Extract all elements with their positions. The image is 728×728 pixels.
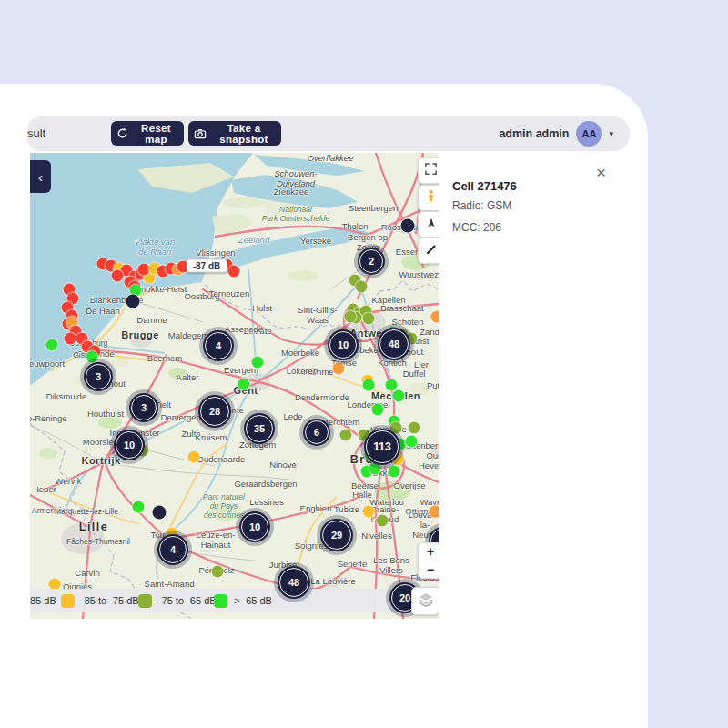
layers-icon xyxy=(417,591,435,612)
signal-dot[interactable] xyxy=(333,363,345,375)
signal-dot[interactable] xyxy=(153,506,167,520)
cluster-marker[interactable]: 3 xyxy=(84,362,113,391)
cluster-marker[interactable]: 29 xyxy=(320,519,353,551)
chevron-down-icon: ▾ xyxy=(609,129,613,138)
signal-dot[interactable] xyxy=(386,379,398,391)
layers-button[interactable] xyxy=(411,587,439,615)
collapse-sidebar-button[interactable]: ‹ xyxy=(30,160,51,193)
signal-dot[interactable] xyxy=(401,219,415,233)
cluster-marker[interactable]: 2 xyxy=(358,248,385,275)
user-menu[interactable]: admin admin AA ▾ xyxy=(499,120,613,147)
legend-label: -75 to -65 dB xyxy=(158,595,217,606)
signal-dot[interactable] xyxy=(340,430,352,441)
refresh-icon xyxy=(116,127,128,139)
zoom-control: + − xyxy=(418,542,439,579)
signal-dot[interactable] xyxy=(389,466,400,478)
legend-label: > -65 dB xyxy=(234,595,272,606)
signal-tooltip: -87 dB xyxy=(187,259,228,273)
close-icon[interactable]: × xyxy=(596,164,606,181)
signal-dot[interactable] xyxy=(238,379,250,390)
legend-label: -85 to -75 dB xyxy=(81,595,139,606)
cell-mcc: MCC: 206 xyxy=(452,221,501,234)
cluster-marker[interactable]: 113 xyxy=(364,429,400,465)
cluster-marker[interactable]: 48 xyxy=(378,328,410,360)
signal-dot[interactable] xyxy=(372,404,384,416)
cluster-marker[interactable]: 10 xyxy=(114,430,145,460)
signal-dot[interactable] xyxy=(377,515,389,527)
take-snapshot-label: Take a snapshot xyxy=(212,123,276,145)
signal-dot[interactable] xyxy=(46,339,58,351)
fullscreen-button[interactable] xyxy=(418,157,439,184)
take-snapshot-button[interactable]: Take a snapshot xyxy=(188,121,281,146)
legend-swatch xyxy=(61,594,75,608)
zoom-out-button[interactable]: − xyxy=(419,561,439,579)
locate-button[interactable] xyxy=(418,211,439,238)
signal-dot[interactable] xyxy=(138,264,150,276)
results-text: sult xyxy=(27,126,46,140)
signal-dot[interactable] xyxy=(228,266,240,278)
signal-dot[interactable] xyxy=(345,311,357,323)
legend-label: 85 dB xyxy=(30,595,56,606)
legend-swatch xyxy=(214,594,228,608)
legend-item: -85 to -75 dB xyxy=(61,589,139,612)
pegman-icon xyxy=(424,189,438,207)
signal-dot[interactable] xyxy=(212,566,224,578)
signal-dot[interactable] xyxy=(133,501,145,513)
cluster-marker[interactable]: 35 xyxy=(244,413,275,444)
cluster-marker[interactable]: 3 xyxy=(129,393,158,422)
street-view-button[interactable] xyxy=(418,185,439,211)
legend-item: 85 dB xyxy=(30,589,56,612)
cell-radio: Radio: GSM xyxy=(452,199,511,212)
zoom-in-button[interactable]: + xyxy=(419,543,439,561)
location-arrow-icon xyxy=(425,217,438,233)
cluster-marker[interactable]: 4 xyxy=(157,534,188,565)
signal-dot[interactable] xyxy=(363,379,375,391)
pencil-icon xyxy=(425,243,438,259)
signal-legend: 85 dB-85 to -75 dB-75 to -65 dB> -65 dB xyxy=(30,589,412,612)
signal-dot[interactable] xyxy=(356,281,368,293)
signal-dot[interactable] xyxy=(86,351,98,363)
reset-map-label: Reset map xyxy=(134,123,178,145)
cluster-marker[interactable]: 28 xyxy=(198,395,231,428)
map-canvas[interactable]: ‹ + − 85 dB-85 to -75 dB-75 to -65 dB> -… xyxy=(30,153,439,619)
signal-dot[interactable] xyxy=(112,270,124,282)
cell-title: Cell 271476 xyxy=(452,179,517,193)
signal-dot[interactable] xyxy=(393,390,405,402)
signal-dot[interactable] xyxy=(409,422,420,434)
signal-dot[interactable] xyxy=(65,333,76,345)
camera-icon xyxy=(194,128,207,139)
signal-dot[interactable] xyxy=(363,313,375,325)
signal-dot[interactable] xyxy=(430,506,440,518)
chevron-left-icon: ‹ xyxy=(38,169,43,185)
signal-dot[interactable] xyxy=(431,311,440,323)
legend-item: -75 to -65 dB xyxy=(138,589,217,612)
signal-dot[interactable] xyxy=(363,506,375,518)
avatar[interactable]: AA xyxy=(576,121,602,147)
cluster-marker[interactable]: 4 xyxy=(203,330,234,361)
legend-item: > -65 dB xyxy=(214,589,272,612)
signal-dot[interactable] xyxy=(188,451,200,463)
cluster-marker[interactable]: 10 xyxy=(328,329,359,360)
signal-dot[interactable] xyxy=(252,357,264,369)
draw-button[interactable] xyxy=(418,238,439,264)
cluster-marker[interactable]: 48 xyxy=(278,566,310,599)
toolbar: sult Reset map Take a snapshot admin adm… xyxy=(27,116,630,151)
main-card: sult Reset map Take a snapshot admin adm… xyxy=(0,84,648,728)
cluster-marker[interactable]: 10 xyxy=(239,511,270,542)
signal-dot[interactable] xyxy=(406,436,418,448)
user-name: admin admin xyxy=(499,127,569,140)
legend-swatch xyxy=(138,594,152,608)
fullscreen-icon xyxy=(424,162,438,179)
app-background: { "colors": { "accent_navy": "#23244a", … xyxy=(0,0,728,728)
cluster-marker[interactable]: 6 xyxy=(303,419,330,446)
signal-dot[interactable] xyxy=(126,295,140,308)
reset-map-button[interactable]: Reset map xyxy=(111,121,184,146)
